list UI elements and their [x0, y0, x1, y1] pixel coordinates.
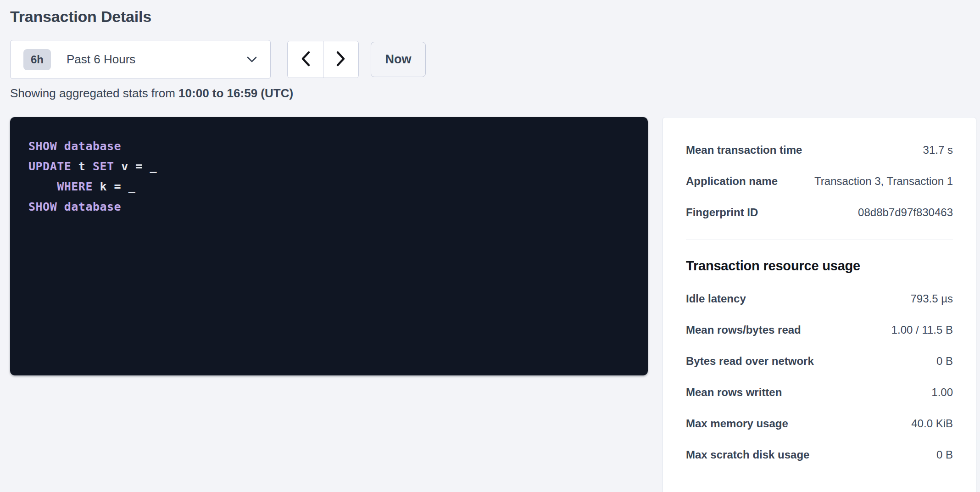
- stat-row-bytes-read-over-network: Bytes read over network 0 B: [686, 354, 953, 368]
- stat-value: 40.0 KiB: [911, 417, 953, 430]
- chevron-right-icon: [336, 50, 346, 68]
- time-range-label: Past 6 Hours: [67, 52, 246, 67]
- transaction-details-page: Transaction Details 6h Past 6 Hours Now: [0, 0, 980, 492]
- aggregated-stats-caption: Showing aggregated stats from 10:00 to 1…: [10, 86, 980, 101]
- chevron-left-icon: [301, 50, 311, 68]
- stat-row-application-name: Application name Transaction 3, Transact…: [686, 174, 953, 188]
- stat-label: Application name: [686, 174, 778, 188]
- next-time-button[interactable]: [323, 41, 358, 78]
- sql-token: v = _: [114, 160, 157, 173]
- stat-label: Max scratch disk usage: [686, 448, 809, 462]
- stat-value: 793.5 µs: [910, 292, 953, 306]
- stat-value: 1.00 / 11.5 B: [891, 323, 953, 337]
- sql-line: WHERE k = _: [28, 177, 629, 197]
- stat-label: Mean transaction time: [686, 143, 802, 157]
- stat-value: Transaction 3, Transaction 1: [814, 174, 953, 188]
- stat-label: Mean rows/bytes read: [686, 323, 801, 337]
- sql-statement-box: SHOW database UPDATE t SET v = _ WHERE k…: [10, 117, 648, 375]
- sql-line: SHOW database: [28, 136, 629, 157]
- now-button[interactable]: Now: [371, 42, 426, 77]
- stat-value: 08d8b7d97f830463: [858, 206, 953, 219]
- stat-label: Idle latency: [686, 292, 746, 306]
- sql-token: SHOW database: [28, 140, 121, 153]
- sql-token: SHOW database: [28, 200, 121, 213]
- stat-label: Bytes read over network: [686, 354, 814, 368]
- time-range-badge: 6h: [23, 49, 51, 70]
- chevron-down-icon: [246, 56, 257, 63]
- sql-token: k = _: [93, 180, 135, 193]
- stat-row-fingerprint-id: Fingerprint ID 08d8b7d97f830463: [686, 206, 953, 219]
- stat-label: Max memory usage: [686, 417, 788, 430]
- sql-line: SHOW database: [28, 197, 629, 217]
- stat-label: Mean rows written: [686, 386, 782, 399]
- stat-label: Fingerprint ID: [686, 206, 758, 219]
- caption-time-range: 10:00 to 16:59 (UTC): [178, 86, 293, 100]
- stat-row-mean-rows-written: Mean rows written 1.00: [686, 386, 953, 399]
- stat-row-max-scratch-disk-usage: Max scratch disk usage 0 B: [686, 448, 953, 462]
- card-divider: [686, 240, 953, 240]
- stat-value: 31.7 s: [923, 143, 953, 157]
- stat-value: 0 B: [936, 448, 953, 462]
- resource-usage-section-title: Transaction resource usage: [686, 258, 953, 274]
- time-controls: 6h Past 6 Hours Now: [10, 40, 980, 79]
- stat-row-mean-transaction-time: Mean transaction time 31.7 s: [686, 143, 953, 157]
- time-nav-group: [287, 41, 359, 78]
- stat-row-idle-latency: Idle latency 793.5 µs: [686, 292, 953, 306]
- caption-prefix: Showing aggregated stats from: [10, 86, 178, 100]
- sql-token: WHERE: [28, 180, 93, 193]
- time-range-dropdown[interactable]: 6h Past 6 Hours: [10, 40, 271, 79]
- stat-row-max-memory-usage: Max memory usage 40.0 KiB: [686, 417, 953, 430]
- sql-token: UPDATE: [28, 160, 71, 173]
- transaction-stats-card: Mean transaction time 31.7 s Application…: [663, 117, 976, 492]
- page-title: Transaction Details: [10, 6, 980, 27]
- stat-row-mean-rows-bytes-read: Mean rows/bytes read 1.00 / 11.5 B: [686, 323, 953, 337]
- sql-token: t: [71, 160, 93, 173]
- main-content: SHOW database UPDATE t SET v = _ WHERE k…: [10, 117, 980, 492]
- stat-value: 0 B: [936, 354, 953, 368]
- sql-line: UPDATE t SET v = _: [28, 157, 629, 177]
- stat-value: 1.00: [931, 386, 953, 399]
- previous-time-button[interactable]: [288, 41, 323, 78]
- sql-token: SET: [93, 160, 114, 173]
